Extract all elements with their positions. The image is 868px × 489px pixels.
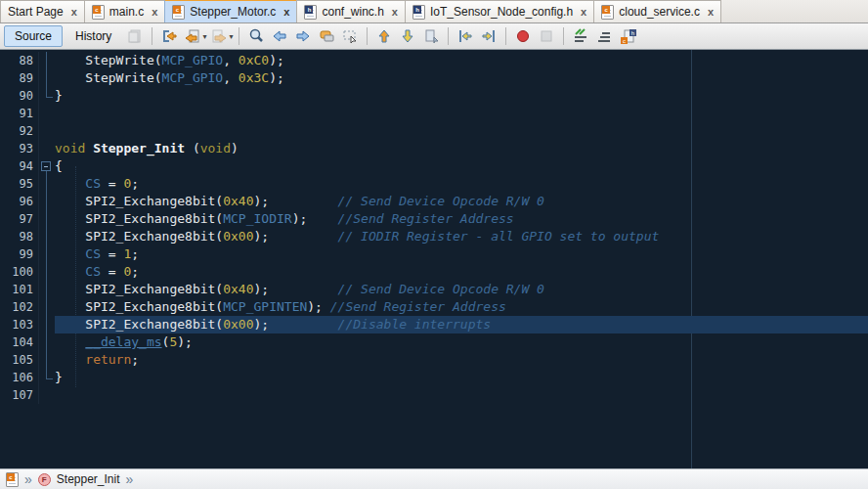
code-line-row: 106}: [0, 369, 868, 386]
line-number[interactable]: 89: [0, 69, 39, 87]
shift-line-left-icon[interactable]: [455, 26, 476, 47]
toolbar-separator: [563, 27, 564, 45]
tab-start-page[interactable]: Start Pagex: [0, 0, 85, 22]
line-number[interactable]: 90: [0, 87, 39, 105]
line-number[interactable]: 106: [0, 369, 39, 386]
back-icon[interactable]: [182, 26, 203, 47]
line-number[interactable]: 101: [0, 281, 39, 298]
editor-tab-bar: Start Pagexcmain.cxcStepper_Motor.cxhcon…: [0, 0, 868, 23]
find-next-icon[interactable]: [292, 26, 314, 47]
breadcrumb: c » F Stepper_Init »: [0, 468, 868, 489]
fold-marker: [39, 87, 55, 105]
code-line[interactable]: StepWrite(MCP_GPIO, 0x3C);: [55, 69, 868, 87]
next-bookmark-icon[interactable]: [397, 26, 418, 47]
code-line[interactable]: SPI2_Exchange8bit(0x40); // Send Device …: [55, 193, 868, 210]
back-dropdown-icon[interactable]: ▾: [202, 32, 206, 41]
fold-marker: [39, 351, 55, 369]
fold-marker: [39, 122, 55, 140]
stop-macro-recording-icon[interactable]: [536, 26, 557, 47]
toolbar-separator: [505, 27, 506, 45]
code-editor[interactable]: 88 StepWrite(MCP_GPIO, 0xC0);89 StepWrit…: [0, 50, 868, 468]
code-line[interactable]: SPI2_Exchange8bit(0x40); // Send Device …: [55, 281, 868, 298]
editor-toolbar: Source History ▾ ▾: [0, 23, 868, 50]
code-line[interactable]: __delay_ms(5);: [55, 333, 868, 351]
tab-close-icon[interactable]: x: [708, 6, 714, 18]
line-number[interactable]: 95: [0, 175, 39, 193]
c-file-icon[interactable]: c: [6, 472, 19, 487]
fold-collapse-icon[interactable]: [39, 157, 55, 175]
line-number[interactable]: 105: [0, 351, 39, 369]
previous-bookmark-icon[interactable]: [373, 26, 395, 47]
code-line[interactable]: [55, 386, 868, 404]
line-number[interactable]: 92: [0, 122, 39, 140]
code-line[interactable]: SPI2_Exchange8bit(0x00); //Disable inter…: [55, 316, 868, 333]
shift-line-right-icon[interactable]: [478, 26, 499, 47]
code-line[interactable]: SPI2_Exchange8bit(MCP_GPINTEN); //Send R…: [55, 298, 868, 316]
c-file-icon: c: [92, 5, 105, 20]
toggle-header-source-icon[interactable]: hc: [617, 26, 638, 47]
source-view-button[interactable]: Source: [4, 25, 63, 47]
line-number[interactable]: 102: [0, 298, 39, 316]
line-number[interactable]: 107: [0, 386, 39, 404]
svg-text:h: h: [631, 30, 634, 36]
line-number[interactable]: 88: [0, 52, 39, 69]
code-line[interactable]: CS = 1;: [55, 245, 868, 263]
line-number[interactable]: 100: [0, 263, 39, 281]
last-edit-location-icon[interactable]: [158, 26, 180, 47]
code-line[interactable]: CS = 0;: [55, 263, 868, 281]
toggle-bookmark-icon[interactable]: [420, 26, 442, 47]
chevron-right-icon: »: [24, 472, 32, 486]
tab-label: Start Page: [8, 5, 64, 19]
code-line[interactable]: void Stepper_Init (void): [55, 140, 868, 157]
tab-close-icon[interactable]: x: [581, 6, 586, 18]
code-line-row: 90}: [0, 87, 868, 105]
tab-close-icon[interactable]: x: [152, 6, 157, 18]
code-line[interactable]: {: [55, 157, 868, 175]
fold-marker: [39, 52, 55, 69]
code-line-row: 94{: [0, 157, 868, 175]
line-number[interactable]: 98: [0, 228, 39, 245]
find-selection-icon[interactable]: [245, 26, 267, 47]
tab-iot-sensor-node-config-h[interactable]: hIoT_Sensor_Node_config.hx: [405, 0, 594, 22]
line-number[interactable]: 91: [0, 105, 39, 122]
tab-stepper-motor-c[interactable]: cStepper_Motor.cx: [164, 0, 297, 22]
code-line[interactable]: StepWrite(MCP_GPIO, 0xC0);: [55, 52, 868, 69]
code-line[interactable]: SPI2_Exchange8bit(MCP_IODIR); //Send Reg…: [55, 210, 868, 228]
code-line[interactable]: [55, 122, 868, 140]
code-line[interactable]: SPI2_Exchange8bit(0x00); // IODIR Regist…: [55, 228, 868, 245]
code-line-row: 95 CS = 0;: [0, 175, 868, 193]
history-view-button[interactable]: History: [65, 25, 122, 47]
breadcrumb-function-name[interactable]: Stepper_Init: [57, 472, 120, 486]
line-number[interactable]: 94: [0, 157, 39, 175]
tab-cloud-service-c[interactable]: ccloud_service.cx: [593, 0, 721, 22]
uncomment-icon[interactable]: [593, 26, 615, 47]
code-line-row: 96 SPI2_Exchange8bit(0x40); // Send Devi…: [0, 193, 868, 210]
tab-conf-winc-h[interactable]: hconf_winc.hx: [296, 0, 406, 22]
fold-marker: [39, 386, 55, 404]
line-number[interactable]: 97: [0, 210, 39, 228]
code-line[interactable]: }: [55, 369, 868, 386]
tab-close-icon[interactable]: x: [71, 6, 77, 18]
line-number[interactable]: 103: [0, 316, 39, 333]
comment-icon[interactable]: [570, 26, 591, 47]
toggle-highlight-search-icon[interactable]: [316, 26, 337, 47]
line-number[interactable]: 96: [0, 193, 39, 210]
code-line[interactable]: [55, 105, 868, 122]
line-number[interactable]: 93: [0, 140, 39, 157]
forward-icon[interactable]: [208, 26, 230, 47]
tab-close-icon[interactable]: x: [392, 6, 398, 18]
line-number[interactable]: 99: [0, 245, 39, 263]
find-previous-icon[interactable]: [269, 26, 290, 47]
h-file-icon: h: [304, 5, 317, 20]
code-line[interactable]: CS = 0;: [55, 175, 868, 193]
code-line[interactable]: }: [55, 87, 868, 105]
diff-icon[interactable]: [124, 26, 146, 47]
fold-marker: [39, 369, 55, 386]
code-line-row: 97 SPI2_Exchange8bit(MCP_IODIR); //Send …: [0, 210, 868, 228]
start-macro-recording-icon[interactable]: [512, 26, 534, 47]
code-line[interactable]: return;: [55, 351, 868, 369]
line-number[interactable]: 104: [0, 333, 39, 351]
tab-main-c[interactable]: cmain.cx: [84, 0, 165, 22]
rectangular-selection-icon[interactable]: [339, 26, 361, 47]
tab-close-icon[interactable]: x: [283, 6, 289, 18]
